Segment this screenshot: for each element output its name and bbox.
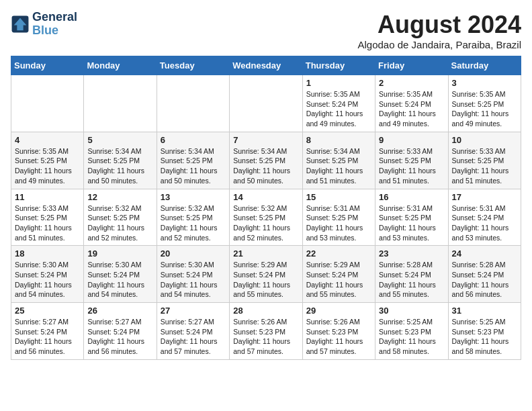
day-number: 27	[161, 306, 226, 316]
day-info: Sunrise: 5:32 AM Sunset: 5:25 PM Dayligh…	[161, 203, 226, 243]
day-number: 26	[87, 306, 152, 316]
calendar-cell: 12Sunrise: 5:32 AM Sunset: 5:25 PM Dayli…	[84, 189, 157, 246]
day-number: 6	[161, 135, 226, 145]
day-number: 17	[452, 192, 517, 202]
calendar-table: SundayMondayTuesdayWednesdayThursdayFrid…	[11, 56, 521, 360]
day-info: Sunrise: 5:27 AM Sunset: 5:24 PM Dayligh…	[15, 317, 80, 357]
calendar-cell: 30Sunrise: 5:25 AM Sunset: 5:23 PM Dayli…	[375, 303, 448, 360]
day-info: Sunrise: 5:35 AM Sunset: 5:24 PM Dayligh…	[379, 89, 444, 129]
day-info: Sunrise: 5:35 AM Sunset: 5:25 PM Dayligh…	[452, 89, 517, 129]
day-info: Sunrise: 5:32 AM Sunset: 5:25 PM Dayligh…	[87, 203, 152, 243]
day-number: 23	[379, 248, 444, 259]
calendar-cell: 13Sunrise: 5:32 AM Sunset: 5:25 PM Dayli…	[157, 189, 229, 246]
day-number: 22	[306, 248, 371, 259]
day-info: Sunrise: 5:30 AM Sunset: 5:24 PM Dayligh…	[161, 260, 226, 300]
day-number: 9	[379, 135, 444, 145]
day-number: 28	[233, 306, 298, 316]
calendar-cell: 21Sunrise: 5:29 AM Sunset: 5:24 PM Dayli…	[230, 246, 302, 303]
weekday-header-saturday: Saturday	[448, 56, 521, 75]
day-info: Sunrise: 5:31 AM Sunset: 5:25 PM Dayligh…	[306, 203, 371, 243]
day-number: 25	[15, 306, 80, 316]
month-year: August 2024	[358, 11, 522, 39]
day-info: Sunrise: 5:26 AM Sunset: 5:23 PM Dayligh…	[233, 317, 298, 357]
day-info: Sunrise: 5:33 AM Sunset: 5:25 PM Dayligh…	[452, 146, 517, 186]
calendar-cell: 23Sunrise: 5:28 AM Sunset: 5:24 PM Dayli…	[375, 246, 448, 303]
day-number: 16	[379, 192, 444, 202]
day-number: 8	[306, 135, 371, 145]
day-number: 3	[452, 78, 517, 88]
day-number: 19	[87, 248, 152, 259]
calendar-cell: 26Sunrise: 5:27 AM Sunset: 5:24 PM Dayli…	[84, 303, 157, 360]
day-info: Sunrise: 5:32 AM Sunset: 5:25 PM Dayligh…	[233, 203, 298, 243]
calendar-cell: 6Sunrise: 5:34 AM Sunset: 5:25 PM Daylig…	[157, 132, 229, 189]
day-info: Sunrise: 5:34 AM Sunset: 5:25 PM Dayligh…	[306, 146, 371, 186]
day-number: 7	[233, 135, 298, 145]
day-number: 24	[452, 248, 517, 259]
calendar-cell: 24Sunrise: 5:28 AM Sunset: 5:24 PM Dayli…	[448, 246, 521, 303]
day-number: 18	[15, 248, 80, 259]
day-info: Sunrise: 5:30 AM Sunset: 5:24 PM Dayligh…	[15, 260, 80, 300]
weekday-header-row: SundayMondayTuesdayWednesdayThursdayFrid…	[11, 56, 521, 75]
calendar-cell: 19Sunrise: 5:30 AM Sunset: 5:24 PM Dayli…	[84, 246, 157, 303]
day-number: 11	[15, 192, 80, 202]
day-info: Sunrise: 5:25 AM Sunset: 5:23 PM Dayligh…	[452, 317, 517, 357]
day-info: Sunrise: 5:33 AM Sunset: 5:25 PM Dayligh…	[379, 146, 444, 186]
title-block: August 2024 Algodao de Jandaira, Paraiba…	[358, 11, 522, 50]
calendar-cell: 27Sunrise: 5:27 AM Sunset: 5:24 PM Dayli…	[157, 303, 229, 360]
day-info: Sunrise: 5:33 AM Sunset: 5:25 PM Dayligh…	[15, 203, 80, 243]
logo-line1: General	[32, 11, 77, 24]
weekday-header-tuesday: Tuesday	[157, 56, 229, 75]
day-info: Sunrise: 5:35 AM Sunset: 5:25 PM Dayligh…	[15, 146, 80, 186]
day-number: 21	[233, 248, 298, 259]
day-info: Sunrise: 5:31 AM Sunset: 5:25 PM Dayligh…	[379, 203, 444, 243]
day-info: Sunrise: 5:30 AM Sunset: 5:24 PM Dayligh…	[87, 260, 152, 300]
calendar-cell: 10Sunrise: 5:33 AM Sunset: 5:25 PM Dayli…	[448, 132, 521, 189]
day-number: 31	[452, 306, 517, 316]
day-number: 10	[452, 135, 517, 145]
day-info: Sunrise: 5:28 AM Sunset: 5:24 PM Dayligh…	[379, 260, 444, 300]
day-number: 5	[87, 135, 152, 145]
calendar-cell: 29Sunrise: 5:26 AM Sunset: 5:23 PM Dayli…	[302, 303, 375, 360]
calendar-cell: 31Sunrise: 5:25 AM Sunset: 5:23 PM Dayli…	[448, 303, 521, 360]
page-header: General Blue August 2024 Algodao de Jand…	[11, 11, 521, 50]
day-info: Sunrise: 5:27 AM Sunset: 5:24 PM Dayligh…	[161, 317, 226, 357]
weekday-header-monday: Monday	[84, 56, 157, 75]
week-row-1: 1Sunrise: 5:35 AM Sunset: 5:24 PM Daylig…	[11, 75, 521, 132]
calendar-cell: 11Sunrise: 5:33 AM Sunset: 5:25 PM Dayli…	[11, 189, 84, 246]
day-info: Sunrise: 5:25 AM Sunset: 5:23 PM Dayligh…	[379, 317, 444, 357]
calendar-cell	[157, 75, 229, 132]
calendar-cell: 8Sunrise: 5:34 AM Sunset: 5:25 PM Daylig…	[302, 132, 375, 189]
calendar-cell: 22Sunrise: 5:29 AM Sunset: 5:24 PM Dayli…	[302, 246, 375, 303]
day-info: Sunrise: 5:28 AM Sunset: 5:24 PM Dayligh…	[452, 260, 517, 300]
week-row-4: 18Sunrise: 5:30 AM Sunset: 5:24 PM Dayli…	[11, 246, 521, 303]
calendar-cell: 18Sunrise: 5:30 AM Sunset: 5:24 PM Dayli…	[11, 246, 84, 303]
week-row-5: 25Sunrise: 5:27 AM Sunset: 5:24 PM Dayli…	[11, 303, 521, 360]
day-number: 30	[379, 306, 444, 316]
calendar-cell: 14Sunrise: 5:32 AM Sunset: 5:25 PM Dayli…	[230, 189, 302, 246]
weekday-header-friday: Friday	[375, 56, 448, 75]
day-info: Sunrise: 5:29 AM Sunset: 5:24 PM Dayligh…	[306, 260, 371, 300]
logo-line2: Blue	[32, 24, 77, 38]
day-info: Sunrise: 5:26 AM Sunset: 5:23 PM Dayligh…	[306, 317, 371, 357]
day-number: 12	[87, 192, 152, 202]
calendar-cell: 2Sunrise: 5:35 AM Sunset: 5:24 PM Daylig…	[375, 75, 448, 132]
day-number: 15	[306, 192, 371, 202]
calendar-cell: 25Sunrise: 5:27 AM Sunset: 5:24 PM Dayli…	[11, 303, 84, 360]
day-info: Sunrise: 5:27 AM Sunset: 5:24 PM Dayligh…	[87, 317, 152, 357]
calendar-cell: 1Sunrise: 5:35 AM Sunset: 5:24 PM Daylig…	[302, 75, 375, 132]
day-info: Sunrise: 5:35 AM Sunset: 5:24 PM Dayligh…	[306, 89, 371, 129]
day-info: Sunrise: 5:31 AM Sunset: 5:24 PM Dayligh…	[452, 203, 517, 243]
day-info: Sunrise: 5:34 AM Sunset: 5:25 PM Dayligh…	[233, 146, 298, 186]
day-info: Sunrise: 5:29 AM Sunset: 5:24 PM Dayligh…	[233, 260, 298, 300]
location: Algodao de Jandaira, Paraiba, Brazil	[358, 39, 522, 50]
calendar-cell	[230, 75, 302, 132]
week-row-3: 11Sunrise: 5:33 AM Sunset: 5:25 PM Dayli…	[11, 189, 521, 246]
calendar-cell	[11, 75, 84, 132]
day-number: 29	[306, 306, 371, 316]
day-number: 13	[161, 192, 226, 202]
calendar-cell: 7Sunrise: 5:34 AM Sunset: 5:25 PM Daylig…	[230, 132, 302, 189]
calendar-cell: 17Sunrise: 5:31 AM Sunset: 5:24 PM Dayli…	[448, 189, 521, 246]
day-info: Sunrise: 5:34 AM Sunset: 5:25 PM Dayligh…	[87, 146, 152, 186]
logo: General Blue	[11, 11, 77, 38]
calendar-cell: 9Sunrise: 5:33 AM Sunset: 5:25 PM Daylig…	[375, 132, 448, 189]
